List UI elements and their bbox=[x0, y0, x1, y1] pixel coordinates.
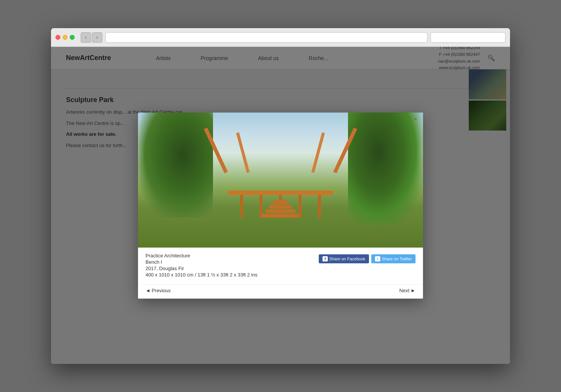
facebook-label: Share on Facebook bbox=[329, 257, 365, 261]
structure-beams bbox=[217, 139, 344, 191]
tree-left-decoration bbox=[138, 113, 213, 218]
artwork-image bbox=[138, 113, 423, 248]
leg-1 bbox=[240, 195, 243, 218]
artwork-title: Bench I bbox=[146, 259, 319, 265]
stair-4 bbox=[273, 200, 288, 204]
back-button[interactable]: ‹ bbox=[81, 32, 91, 43]
maximize-button[interactable] bbox=[70, 35, 75, 40]
stair-2 bbox=[266, 209, 296, 213]
facebook-share-button[interactable]: f Share on Facebook bbox=[319, 254, 369, 263]
next-button[interactable]: Next ► bbox=[399, 288, 416, 293]
artwork-artist: Practice Architecture bbox=[146, 253, 319, 258]
tree-right-decoration bbox=[348, 113, 423, 225]
forward-button[interactable]: › bbox=[92, 32, 102, 43]
close-button[interactable] bbox=[56, 35, 60, 40]
artwork-year: 2017, Douglas Fir bbox=[146, 266, 319, 271]
artwork-dimensions: 400 x 1010 x 1010 cm / 13ft 1 ½ x 33ft 2… bbox=[146, 272, 319, 278]
modal-info-row: Practice Architecture Bench I 2017, Doug… bbox=[146, 253, 416, 278]
modal-image-container bbox=[138, 113, 423, 248]
browser-search[interactable] bbox=[430, 32, 506, 43]
twitter-label: Share on Twitter bbox=[382, 257, 412, 261]
browser-chrome: ‹ › bbox=[51, 28, 510, 47]
modal-dialog: × bbox=[138, 113, 423, 299]
page-content: NewArtCentre Artists Programme About us … bbox=[51, 47, 510, 364]
stair-3 bbox=[269, 205, 292, 209]
overlay[interactable]: × bbox=[51, 47, 510, 364]
sculpture-structure bbox=[206, 135, 356, 218]
artwork-details: Practice Architecture Bench I 2017, Doug… bbox=[146, 253, 319, 278]
minimize-button[interactable] bbox=[63, 35, 68, 40]
social-buttons: f Share on Facebook t Share on Twitter bbox=[319, 254, 416, 263]
modal-close-button[interactable]: × bbox=[412, 116, 419, 123]
twitter-icon: t bbox=[375, 256, 380, 261]
stairs bbox=[262, 191, 299, 218]
facebook-icon: f bbox=[322, 256, 328, 261]
twitter-share-button[interactable]: t Share on Twitter bbox=[371, 254, 416, 263]
browser-window: ‹ › NewArtCentre Artists Programme About… bbox=[51, 28, 510, 364]
beam-center-left bbox=[236, 132, 250, 173]
beam-left bbox=[204, 128, 228, 173]
leg-5 bbox=[318, 195, 321, 218]
previous-button[interactable]: ◄ Previous bbox=[146, 288, 171, 293]
beam-center-right bbox=[311, 132, 325, 173]
address-bar[interactable] bbox=[105, 32, 428, 43]
modal-info: Practice Architecture Bench I 2017, Doug… bbox=[138, 248, 423, 281]
nav-buttons: ‹ › bbox=[81, 32, 102, 43]
beam-right bbox=[333, 128, 357, 173]
modal-nav: ◄ Previous Next ► bbox=[138, 284, 423, 299]
stair-1 bbox=[262, 214, 299, 218]
traffic-lights bbox=[56, 35, 75, 40]
